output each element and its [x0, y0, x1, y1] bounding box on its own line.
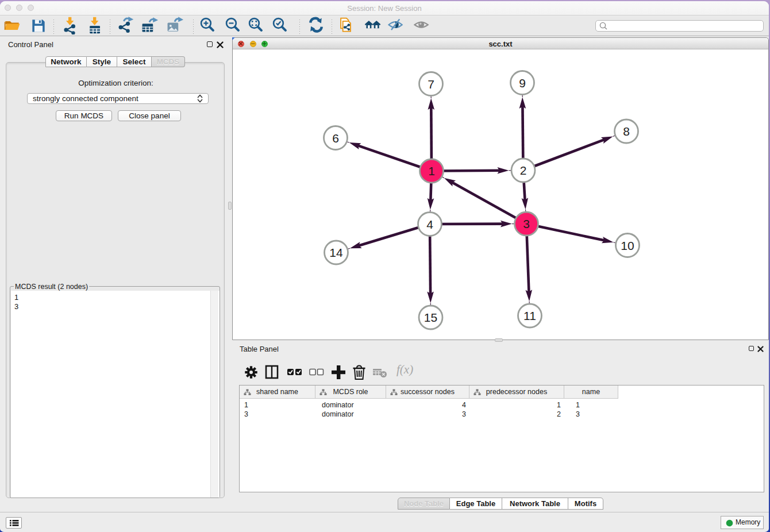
svg-text:7: 7 [428, 78, 434, 91]
svg-text:9: 9 [519, 76, 526, 90]
svg-text:10: 10 [621, 239, 634, 252]
svg-text:6: 6 [332, 132, 339, 145]
svg-text:3: 3 [523, 217, 530, 230]
svg-text:14: 14 [329, 246, 343, 259]
svg-text:1: 1 [428, 164, 435, 178]
svg-text:2: 2 [520, 164, 527, 177]
svg-text:8: 8 [623, 125, 630, 138]
svg-text:15: 15 [424, 311, 437, 324]
svg-text:11: 11 [523, 309, 536, 322]
svg-text:4: 4 [426, 218, 433, 231]
